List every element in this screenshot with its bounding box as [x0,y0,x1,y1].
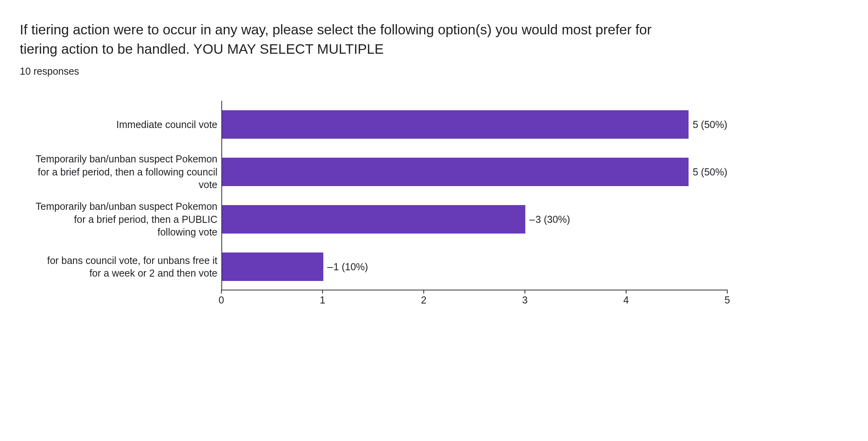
bar-value-label: 5 (50%) [689,166,727,178]
x-tick-label: 4 [623,294,629,306]
x-tick-mark [626,290,626,294]
category-label: Immediate council vote [20,101,217,148]
bar-row: 5 (50%) [222,148,727,196]
x-tick-label: 1 [320,294,325,306]
category-label: Temporarily ban/unban suspect Pokemon fo… [20,196,217,243]
x-tick-mark [423,290,424,294]
x-tick-label: 5 [725,294,730,306]
category-label: for bans council vote, for unbans free i… [20,243,217,290]
x-tick-mark [221,290,222,294]
x-tick-label: 2 [421,294,426,306]
bar [222,158,689,186]
y-axis-labels: Immediate council voteTemporarily ban/un… [20,101,221,326]
x-axis-ticks: 012345 [221,294,727,310]
x-axis-line [221,290,727,290]
x-tick-label: 0 [219,294,224,306]
response-count: 10 responses [20,66,844,77]
bar-value-label: 3 (30%) [525,214,570,225]
bar [222,253,323,281]
x-tick-mark [525,290,525,294]
chart-title: If tiering action were to occur in any w… [20,20,692,58]
x-tick-mark [322,290,323,294]
bar-row: 5 (50%) [222,101,727,148]
category-label: Temporarily ban/unban suspect Pokemon fo… [20,148,217,196]
bar [222,110,689,139]
bar-chart: Immediate council voteTemporarily ban/un… [20,101,844,326]
bar-value-label: 1 (10%) [323,261,368,273]
bar-value-label: 5 (50%) [689,119,727,130]
bar-row: 3 (30%) [222,196,727,243]
x-tick-label: 3 [522,294,528,306]
x-tick-mark [727,290,728,294]
bar [222,205,525,234]
plot-area: 5 (50%)5 (50%)3 (30%)1 (10%) 012345 [221,101,727,326]
bars-container: 5 (50%)5 (50%)3 (30%)1 (10%) [222,101,727,290]
bar-row: 1 (10%) [222,243,727,290]
